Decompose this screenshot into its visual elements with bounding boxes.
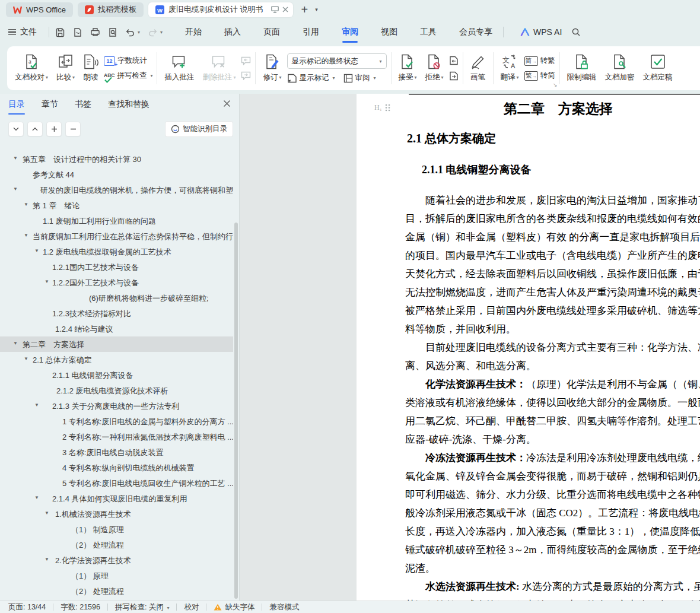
next-change-icon[interactable] bbox=[449, 71, 459, 81]
restrict-editing-button[interactable]: 限制编辑 bbox=[564, 53, 600, 84]
toc-expand-arrow-icon[interactable]: ▼ bbox=[24, 356, 28, 361]
spellcheck-status[interactable]: 拼写检查: 关闭 ▾ bbox=[115, 602, 169, 612]
toc-expand-arrow-icon[interactable]: ▼ bbox=[24, 233, 28, 238]
toc-item[interactable]: (6)研磨机将物料进一步破碎至细粒; bbox=[0, 290, 233, 306]
expand-level-button[interactable] bbox=[8, 122, 24, 136]
toc-expand-arrow-icon[interactable]: ▼ bbox=[44, 510, 49, 516]
menu-审阅[interactable]: 审阅 bbox=[342, 27, 358, 37]
toc-expand-arrow-icon[interactable]: ▼ bbox=[13, 186, 18, 192]
previous-comment-icon[interactable] bbox=[241, 56, 251, 65]
toc-expand-arrow-icon[interactable]: ▼ bbox=[24, 202, 28, 207]
undo-button[interactable]: ▾ bbox=[125, 28, 140, 37]
show-markup-button[interactable]: 显示标记▾ bbox=[287, 73, 335, 83]
save-button[interactable] bbox=[55, 27, 65, 37]
tab-docer-templates[interactable]: 找稻壳模板 bbox=[78, 2, 144, 17]
menu-插入[interactable]: 插入 bbox=[224, 27, 241, 37]
toc-expand-arrow-icon[interactable]: ▼ bbox=[34, 402, 39, 408]
markup-state-dropdown[interactable]: 显示标记的最终状态▾ bbox=[287, 53, 387, 69]
wps-ai-button[interactable]: WPS AI bbox=[520, 27, 562, 37]
search-icon[interactable] bbox=[571, 27, 581, 37]
traditional-to-simplified-button[interactable]: 繁→ 转简 bbox=[524, 71, 555, 81]
toc-expand-arrow-icon[interactable]: ▼ bbox=[34, 495, 39, 500]
launch-window-icon[interactable] bbox=[271, 6, 279, 13]
collapse-all-button[interactable] bbox=[65, 122, 81, 136]
menu-视图[interactable]: 视图 bbox=[381, 27, 397, 37]
toc-item[interactable]: 1.1 废铜加工利用行业而临的问题 bbox=[0, 213, 233, 228]
compare-button[interactable]: 比较▾ bbox=[53, 53, 78, 84]
toc-item[interactable]: ▼研发的废旧电缆线的铜米机，操作方便，可彻底将铜和塑 ... bbox=[0, 182, 233, 198]
toc-scrollbar[interactable] bbox=[234, 223, 238, 599]
toc-item[interactable]: 2.1.2 废电线电缆资源化技术评析 bbox=[0, 383, 233, 398]
toc-item[interactable]: ▼2.化学法资源再生技术 bbox=[0, 552, 233, 568]
insert-comment-button[interactable]: 插入批注 bbox=[161, 53, 197, 84]
toc-item[interactable]: 1.2.1国内工艺技术与设备 bbox=[0, 259, 233, 275]
encrypt-document-button[interactable]: 文档加密 bbox=[602, 53, 638, 84]
toc-item[interactable]: （2） 处理流程 bbox=[0, 583, 233, 599]
menu-会员专享[interactable]: 会员专享 bbox=[459, 27, 492, 37]
translate-button[interactable]: 文A 翻译▾ bbox=[498, 53, 522, 84]
review-mode-button[interactable]: 审阅▾ bbox=[343, 73, 376, 83]
proofread-status[interactable]: 校对 bbox=[184, 602, 199, 612]
toc-item[interactable]: （1） 制造原理 bbox=[0, 522, 233, 537]
pane-tab-书签[interactable]: 书签 bbox=[75, 99, 91, 110]
dialog-launcher-icon[interactable]: ↘ bbox=[553, 82, 558, 88]
undo-caret-icon[interactable]: ▾ bbox=[138, 30, 140, 35]
next-comment-icon[interactable] bbox=[241, 71, 251, 80]
toc-item[interactable]: ▼2.1.4 具体如何实现废旧电缆的重复利用 bbox=[0, 491, 233, 506]
read-aloud-button[interactable]: 朗读 bbox=[80, 53, 101, 84]
toc-item[interactable]: ▼1.2 废电线电缆提取铜金属的工艺技术 bbox=[0, 244, 233, 259]
ink-pen-button[interactable]: 画笔 bbox=[467, 53, 489, 84]
toc-item[interactable]: 3 名称:废旧电线自动脱皮装置 bbox=[0, 444, 233, 460]
previous-change-icon[interactable] bbox=[449, 56, 459, 65]
toc-item[interactable]: ▼第二章 方案选择 bbox=[0, 336, 233, 352]
toc-item[interactable]: ▼1.2.2国外工艺技术与设备 bbox=[0, 275, 233, 290]
menu-引用[interactable]: 引用 bbox=[303, 27, 319, 37]
close-pane-icon[interactable] bbox=[223, 100, 231, 107]
page-indicator[interactable]: 页面: 13/44 bbox=[8, 602, 46, 612]
menu-工具[interactable]: 工具 bbox=[420, 27, 437, 37]
print-preview-button[interactable] bbox=[108, 27, 117, 37]
tab-document[interactable]: W 废旧电缆剥皮机设计 说明书 bbox=[148, 2, 293, 17]
menu-页面[interactable]: 页面 bbox=[263, 27, 280, 37]
file-menu[interactable]: 文件 bbox=[20, 27, 37, 37]
tab-wps-home[interactable]: WPS Office bbox=[6, 2, 73, 17]
tab-list-caret-icon[interactable]: ▾ bbox=[315, 7, 318, 12]
new-tab-button[interactable]: + bbox=[301, 4, 308, 15]
toc-expand-arrow-icon[interactable]: ▼ bbox=[13, 155, 18, 161]
toc-item[interactable]: 1 专利名称:废旧电线的金属与塑料外皮的分离方 ... bbox=[0, 414, 233, 429]
toc-item[interactable]: （2） 处理流程 bbox=[0, 537, 233, 552]
toc-expand-arrow-icon[interactable]: ▼ bbox=[44, 279, 49, 284]
track-changes-button[interactable]: 修订▾ bbox=[260, 53, 284, 84]
doc-proofread-button[interactable]: a 文档校对▾ bbox=[12, 53, 51, 84]
collapse-level-button[interactable] bbox=[27, 122, 43, 136]
toc-item[interactable]: ▼2.1 总体方案确定 bbox=[0, 352, 233, 367]
pane-tab-查找和替换[interactable]: 查找和替换 bbox=[108, 99, 149, 110]
export-pdf-button[interactable] bbox=[73, 27, 82, 37]
toc-item[interactable]: ▼第五章 设计过程中的相关计算 30 bbox=[0, 151, 233, 167]
redo-caret-icon[interactable]: ▾ bbox=[160, 30, 163, 35]
toc-item[interactable]: 2.1.1 电线铜塑分离设备 bbox=[0, 367, 233, 383]
toc-item[interactable]: ▼2.1.3 关于分离废电线的一些方法专利 bbox=[0, 398, 233, 414]
redo-button[interactable]: ▾ bbox=[148, 28, 163, 37]
toc-item[interactable]: ▼第 1 章 绪论 bbox=[0, 198, 233, 213]
toc-expand-arrow-icon[interactable]: ▼ bbox=[13, 341, 18, 346]
missing-font-warning[interactable]: 缺失字体 bbox=[214, 602, 254, 612]
toc-item[interactable]: 4 专利名称:纵向剖切电缆线的机械装置 bbox=[0, 460, 233, 475]
toc-item[interactable]: 5 专利名称:废旧电线电缆回收生产铜米粒的工艺 ... bbox=[0, 475, 233, 491]
reject-button[interactable]: 拒绝▾ bbox=[422, 53, 447, 84]
smart-toc-button[interactable]: 智能识别目录 bbox=[165, 121, 233, 137]
delete-comment-button[interactable]: 删除批注▾ bbox=[199, 53, 238, 84]
drag-handle-icon[interactable] bbox=[385, 104, 390, 112]
word-count-indicator[interactable]: 字数: 21596 bbox=[61, 602, 100, 612]
toc-item[interactable]: 2 专利名称:一种利用液氮低温技术剥离废塑料电 ... bbox=[0, 429, 233, 444]
toc-item[interactable]: 1.2.3技术经济指标对比 bbox=[0, 306, 233, 321]
accept-button[interactable]: 接受▾ bbox=[396, 53, 420, 84]
toc-expand-arrow-icon[interactable]: ▼ bbox=[34, 248, 39, 253]
compatibility-mode[interactable]: 兼容模式 bbox=[269, 602, 299, 612]
menu-开始[interactable]: 开始 bbox=[185, 27, 202, 37]
finalize-document-button[interactable]: 文档定稿 bbox=[640, 53, 676, 84]
spell-check-button[interactable]: ABC 拼写检查▾ bbox=[104, 71, 152, 81]
pane-tab-章节[interactable]: 章节 bbox=[42, 99, 58, 110]
expand-all-button[interactable] bbox=[46, 122, 62, 136]
word-count-button[interactable]: 12+ 字数统计 bbox=[104, 56, 152, 66]
